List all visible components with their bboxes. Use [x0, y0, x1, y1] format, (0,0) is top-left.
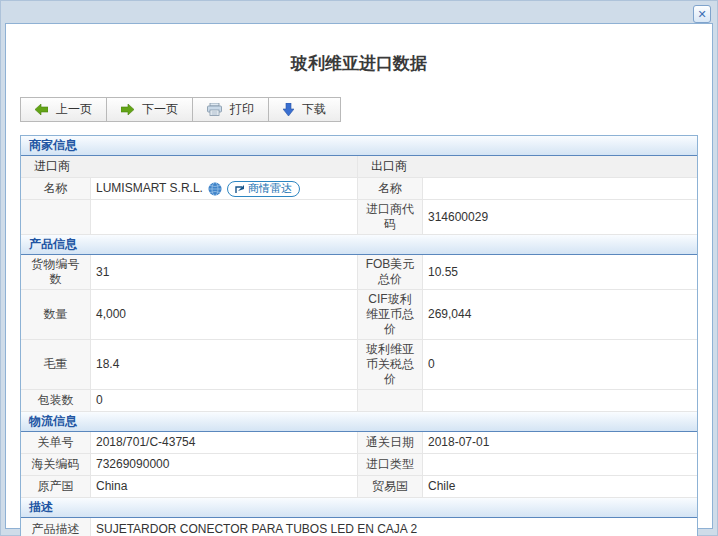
product-row-label: CIF玻利维亚币总价: [358, 290, 423, 340]
table-row: 数量 4,000 CIF玻利维亚币总价 269,044: [21, 290, 697, 340]
print-button[interactable]: 打印: [192, 97, 269, 122]
table-row: 包装数 0: [21, 390, 697, 412]
import-data-dialog: ✕ 玻利维亚进口数据 上一页 下一页: [0, 0, 718, 536]
logistics-row-value: 2018-07-01: [423, 432, 697, 454]
table-row: 海关编码 73269090000 进口类型: [21, 454, 697, 476]
product-row-value: 269,044: [423, 290, 697, 340]
prev-page-label: 上一页: [56, 101, 92, 118]
print-label: 打印: [230, 101, 254, 118]
next-page-button[interactable]: 下一页: [106, 97, 193, 122]
dialog-content-panel: 玻利维亚进口数据 上一页 下一页: [5, 23, 713, 529]
logistics-row-value: 2018/701/C-43754: [91, 432, 358, 454]
download-label: 下载: [302, 101, 326, 118]
logistics-row-label: 通关日期: [358, 432, 423, 454]
importer-code-value: 314600029: [423, 200, 697, 235]
section-header-product: 产品信息: [21, 235, 697, 255]
logistics-row-label: 原产国: [21, 476, 91, 498]
next-page-label: 下一页: [142, 101, 178, 118]
product-row-label: 毛重: [21, 340, 91, 390]
page-title: 玻利维亚进口数据: [20, 52, 698, 75]
product-row-label: [358, 390, 423, 412]
product-row-label: 数量: [21, 290, 91, 340]
merchant-code-row: 进口商代码 314600029: [21, 200, 697, 235]
product-row-value: 0: [423, 340, 697, 390]
radar-icon: [235, 184, 245, 194]
product-row-label: 货物编号数: [21, 255, 91, 290]
table-row: 货物编号数 31 FOB美元总价 10.55: [21, 255, 697, 290]
product-row-value: 0: [91, 390, 358, 412]
product-row-label: 包装数: [21, 390, 91, 412]
logistics-row-value: 73269090000: [91, 454, 358, 476]
table-row: 关单号 2018/701/C-43754 通关日期 2018-07-01: [21, 432, 697, 454]
exporter-name-label: 名称: [358, 178, 423, 200]
logistics-row-label: 贸易国: [358, 476, 423, 498]
logistics-row-value: [423, 454, 697, 476]
logistics-row-label: 关单号: [21, 432, 91, 454]
section-header-logistics: 物流信息: [21, 412, 697, 432]
section-header-description: 描述: [21, 498, 697, 518]
printer-icon: [207, 103, 222, 116]
globe-icon[interactable]: [208, 182, 222, 196]
close-icon[interactable]: ✕: [693, 5, 711, 23]
merchant-name-row: 名称 LUMISMART S.R.L.: [21, 178, 697, 200]
product-row-label: FOB美元总价: [358, 255, 423, 290]
importer-name-cell: LUMISMART S.R.L.: [91, 178, 358, 200]
product-row-value: 31: [91, 255, 358, 290]
radar-badge[interactable]: 商情雷达: [227, 181, 300, 197]
table-row: 毛重 18.4 玻利维亚币关税总价 0: [21, 340, 697, 390]
exporter-subheader: 出口商: [358, 156, 697, 178]
description-label: 产品描述: [21, 518, 91, 536]
description-row: 产品描述 SUJETARDOR CONECTOR PARA TUBOS LED …: [21, 518, 697, 536]
arrow-down-icon: [283, 103, 294, 116]
importer-name-value: LUMISMART S.R.L.: [96, 181, 203, 196]
table-row: 原产国 China 贸易国 Chile: [21, 476, 697, 498]
product-row-value: 4,000: [91, 290, 358, 340]
merchant-subheader-row: 进口商 出口商: [21, 156, 697, 178]
download-button[interactable]: 下载: [268, 97, 341, 122]
logistics-row-value: Chile: [423, 476, 697, 498]
empty-value-cell: [91, 200, 358, 235]
importer-subheader: 进口商: [21, 156, 358, 178]
importer-code-label: 进口商代码: [358, 200, 423, 235]
arrow-right-icon: [121, 104, 134, 115]
radar-badge-label: 商情雷达: [248, 181, 292, 196]
logistics-row-label: 进口类型: [358, 454, 423, 476]
importer-name-label: 名称: [21, 178, 91, 200]
toolbar: 上一页 下一页 打印: [20, 97, 698, 122]
product-row-label: 玻利维亚币关税总价: [358, 340, 423, 390]
arrow-left-icon: [35, 104, 48, 115]
product-row-value: 18.4: [91, 340, 358, 390]
description-value: SUJETARDOR CONECTOR PARA TUBOS LED EN CA…: [91, 518, 697, 536]
product-row-value: [423, 390, 697, 412]
detail-table: 商家信息 进口商 出口商 名称 LUMISMART S.R.L.: [20, 135, 698, 536]
empty-label-cell: [21, 200, 91, 235]
logistics-row-value: China: [91, 476, 358, 498]
exporter-name-value: [423, 178, 697, 200]
prev-page-button[interactable]: 上一页: [20, 97, 107, 122]
product-row-value: 10.55: [423, 255, 697, 290]
logistics-row-label: 海关编码: [21, 454, 91, 476]
section-header-merchant: 商家信息: [21, 136, 697, 156]
